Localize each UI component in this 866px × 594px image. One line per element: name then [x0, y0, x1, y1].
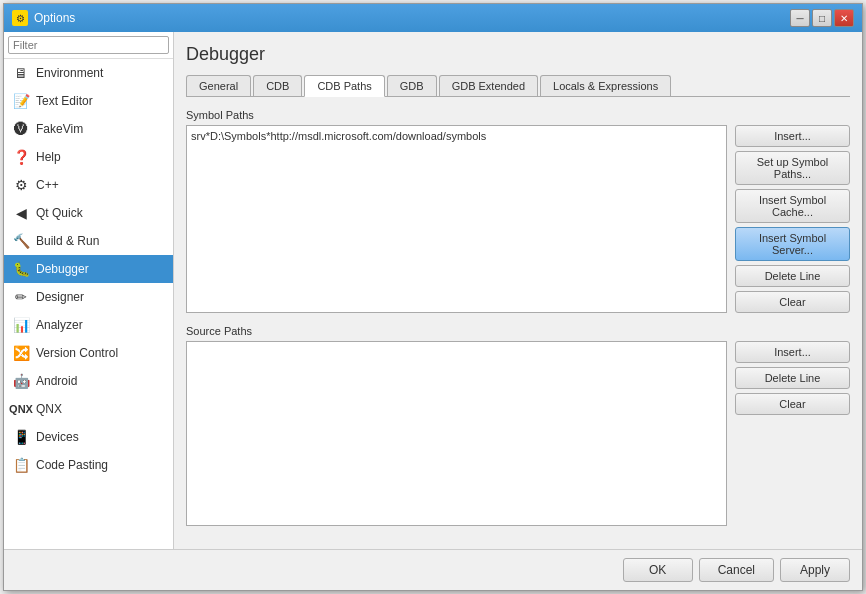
android-icon: 🤖 — [12, 372, 30, 390]
sidebar-item-label: C++ — [36, 178, 59, 192]
sidebar-item-label: Version Control — [36, 346, 118, 360]
symbol-paths-label: Symbol Paths — [186, 109, 850, 121]
insert-source-button[interactable]: Insert... — [735, 341, 850, 363]
sidebar-item-analyzer[interactable]: 📊 Analyzer — [4, 311, 173, 339]
options-dialog: ⚙ Options ─ □ ✕ 🖥 Environment 📝 Tex — [3, 3, 863, 591]
sidebar-item-fakevim[interactable]: 🅥 FakeVim — [4, 115, 173, 143]
symbol-paths-section: Symbol Paths srv*D:\Symbols*http://msdl.… — [186, 109, 850, 313]
title-bar: ⚙ Options ─ □ ✕ — [4, 4, 862, 32]
tab-cdb-paths[interactable]: CDB Paths — [304, 75, 384, 97]
apply-button[interactable]: Apply — [780, 558, 850, 582]
tab-locals-expressions[interactable]: Locals & Expressions — [540, 75, 671, 96]
fakevim-icon: 🅥 — [12, 120, 30, 138]
tab-bar: General CDB CDB Paths GDB GDB Extended L… — [186, 75, 850, 97]
dialog-body: 🖥 Environment 📝 Text Editor 🅥 FakeVim ❓ … — [4, 32, 862, 549]
sidebar-item-label: Devices — [36, 430, 79, 444]
sidebar-item-version-control[interactable]: 🔀 Version Control — [4, 339, 173, 367]
app-icon: ⚙ — [12, 10, 28, 26]
sidebar-item-label: Code Pasting — [36, 458, 108, 472]
analyzer-icon: 📊 — [12, 316, 30, 334]
close-button[interactable]: ✕ — [834, 9, 854, 27]
bottom-bar: OK Cancel Apply — [4, 549, 862, 590]
delete-line-symbol-button[interactable]: Delete Line — [735, 265, 850, 287]
build-run-icon: 🔨 — [12, 232, 30, 250]
sidebar-item-label: Help — [36, 150, 61, 164]
cancel-button[interactable]: Cancel — [699, 558, 774, 582]
sidebar-list: 🖥 Environment 📝 Text Editor 🅥 FakeVim ❓ … — [4, 59, 173, 549]
sidebar-item-cpp[interactable]: ⚙ C++ — [4, 171, 173, 199]
sidebar-item-environment[interactable]: 🖥 Environment — [4, 59, 173, 87]
tab-cdb[interactable]: CDB — [253, 75, 302, 96]
sidebar-item-label: FakeVim — [36, 122, 83, 136]
symbol-paths-textarea[interactable]: srv*D:\Symbols*http://msdl.microsoft.com… — [186, 125, 727, 313]
code-pasting-icon: 📋 — [12, 456, 30, 474]
minimize-button[interactable]: ─ — [790, 9, 810, 27]
sidebar-item-label: Debugger — [36, 262, 89, 276]
clear-source-button[interactable]: Clear — [735, 393, 850, 415]
environment-icon: 🖥 — [12, 64, 30, 82]
dialog-title: Options — [34, 11, 75, 25]
text-editor-icon: 📝 — [12, 92, 30, 110]
sidebar-item-label: Qt Quick — [36, 206, 83, 220]
setup-symbol-paths-button[interactable]: Set up Symbol Paths... — [735, 151, 850, 185]
symbol-paths-body: srv*D:\Symbols*http://msdl.microsoft.com… — [186, 125, 850, 313]
sidebar-item-label: Designer — [36, 290, 84, 304]
symbol-paths-content: srv*D:\Symbols*http://msdl.microsoft.com… — [191, 130, 486, 142]
insert-symbol-server-button[interactable]: Insert Symbol Server... — [735, 227, 850, 261]
clear-symbol-button[interactable]: Clear — [735, 291, 850, 313]
tab-general[interactable]: General — [186, 75, 251, 96]
source-paths-body: Insert... Delete Line Clear — [186, 341, 850, 526]
filter-box — [4, 32, 173, 59]
sidebar-item-label: Text Editor — [36, 94, 93, 108]
sidebar-item-text-editor[interactable]: 📝 Text Editor — [4, 87, 173, 115]
symbol-paths-buttons: Insert... Set up Symbol Paths... Insert … — [735, 125, 850, 313]
source-paths-buttons: Insert... Delete Line Clear — [735, 341, 850, 526]
window-controls: ─ □ ✕ — [790, 9, 854, 27]
title-bar-left: ⚙ Options — [12, 10, 75, 26]
insert-symbol-cache-button[interactable]: Insert Symbol Cache... — [735, 189, 850, 223]
sidebar-item-devices[interactable]: 📱 Devices — [4, 423, 173, 451]
version-control-icon: 🔀 — [12, 344, 30, 362]
sidebar-item-qt-quick[interactable]: ◀ Qt Quick — [4, 199, 173, 227]
sidebar-item-code-pasting[interactable]: 📋 Code Pasting — [4, 451, 173, 479]
maximize-button[interactable]: □ — [812, 9, 832, 27]
sidebar-item-label: Analyzer — [36, 318, 83, 332]
sidebar-item-qnx[interactable]: QNX QNX — [4, 395, 173, 423]
sidebar-item-build-run[interactable]: 🔨 Build & Run — [4, 227, 173, 255]
source-paths-textarea[interactable] — [186, 341, 727, 526]
debugger-icon: 🐛 — [12, 260, 30, 278]
sidebar-item-designer[interactable]: ✏ Designer — [4, 283, 173, 311]
delete-line-source-button[interactable]: Delete Line — [735, 367, 850, 389]
sidebar: 🖥 Environment 📝 Text Editor 🅥 FakeVim ❓ … — [4, 32, 174, 549]
sidebar-item-debugger[interactable]: 🐛 Debugger — [4, 255, 173, 283]
main-content: Debugger General CDB CDB Paths GDB GDB E… — [174, 32, 862, 549]
qnx-icon: QNX — [12, 400, 30, 418]
sidebar-item-label: Android — [36, 374, 77, 388]
source-paths-section: Source Paths Insert... Delete Line Clear — [186, 325, 850, 526]
designer-icon: ✏ — [12, 288, 30, 306]
sidebar-item-label: Environment — [36, 66, 103, 80]
cpp-icon: ⚙ — [12, 176, 30, 194]
sidebar-item-label: Build & Run — [36, 234, 99, 248]
devices-icon: 📱 — [12, 428, 30, 446]
help-icon: ❓ — [12, 148, 30, 166]
sidebar-item-help[interactable]: ❓ Help — [4, 143, 173, 171]
qt-quick-icon: ◀ — [12, 204, 30, 222]
filter-input[interactable] — [8, 36, 169, 54]
tab-gdb[interactable]: GDB — [387, 75, 437, 96]
tab-gdb-extended[interactable]: GDB Extended — [439, 75, 538, 96]
sidebar-item-android[interactable]: 🤖 Android — [4, 367, 173, 395]
insert-symbol-button[interactable]: Insert... — [735, 125, 850, 147]
ok-button[interactable]: OK — [623, 558, 693, 582]
source-paths-label: Source Paths — [186, 325, 850, 337]
page-title: Debugger — [186, 44, 850, 65]
sidebar-item-label: QNX — [36, 402, 62, 416]
